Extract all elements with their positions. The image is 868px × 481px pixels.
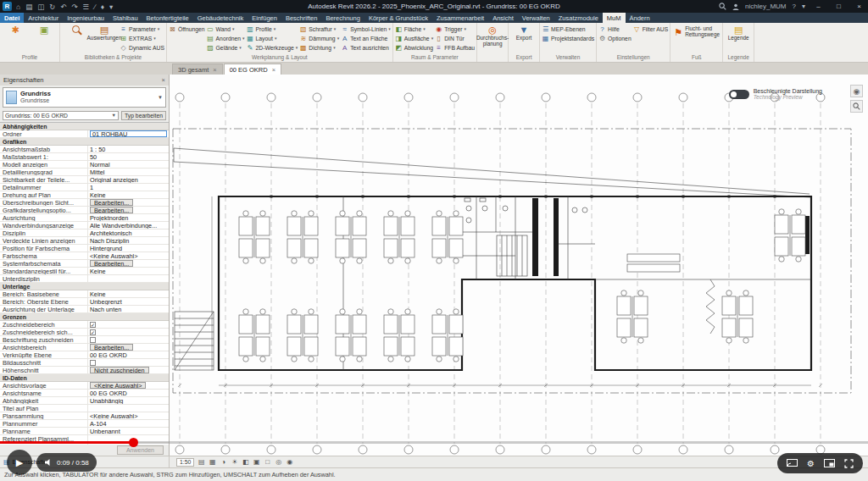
reveal-hidden-icon[interactable]: ◉: [285, 457, 294, 467]
hilfe-button[interactable]: ?Hilfe: [598, 25, 632, 33]
text-ausrichten-button[interactable]: AText ausrichten: [341, 43, 391, 52]
settings-gear-icon[interactable]: ⚙: [807, 459, 815, 468]
ribbon-tab-zusatzmodule[interactable]: Zusatzmodule: [554, 13, 603, 23]
ribbon-tab-mum[interactable]: MuM: [603, 13, 626, 23]
property-value[interactable]: 00 EG OKRD: [88, 351, 169, 358]
property-value[interactable]: Normal: [88, 161, 169, 168]
type-selector[interactable]: Grundriss Grundrisse ▼: [3, 87, 166, 108]
property-value[interactable]: <Keine Auswahl>: [88, 252, 169, 259]
section-unterlage[interactable]: Unterlage: [0, 283, 169, 290]
profile-button[interactable]: ▥Profile▾: [247, 25, 298, 33]
abwicklung-button[interactable]: ◩Abwicklung: [395, 43, 433, 52]
property-value[interactable]: ✓: [88, 321, 169, 328]
checkbox[interactable]: [90, 360, 96, 366]
type-combo[interactable]: Grundriss: 00 EG OKRD▼: [3, 111, 119, 120]
property-value[interactable]: A-104: [88, 420, 169, 427]
view-tab-3d-gesamt[interactable]: 3D gesamt×: [172, 64, 223, 75]
toggle-switch[interactable]: [729, 90, 749, 99]
flucht-und-rettungswege-button[interactable]: ⚑Flucht- und Rettungswege: [672, 24, 721, 40]
property-value[interactable]: Unbenannt: [88, 428, 169, 434]
qat-home-icon[interactable]: ⌂: [16, 3, 20, 11]
ribbon-tab-beschriften[interactable]: Beschriften: [281, 13, 322, 23]
detail-level-icon[interactable]: ▦: [208, 457, 217, 467]
property-value[interactable]: 1 : 50: [88, 146, 169, 152]
ribbon-tab-betonfertigteile[interactable]: Betonfertigteile: [142, 13, 193, 23]
sun-path-icon[interactable]: ☀: [230, 457, 239, 467]
view-tab-00-eg-okrd[interactable]: 00 EG OKRD×: [224, 64, 281, 75]
profil-werkzeug-2-button[interactable]: ▣: [31, 24, 58, 35]
signed-in-user[interactable]: nichley_MUM: [745, 3, 786, 10]
anordnen-button[interactable]: ▤Anordnen▾: [207, 34, 245, 42]
mep-ebenen-button[interactable]: ☰MEP-Ebenen: [542, 25, 594, 33]
floor-plan-drawing[interactable]: [170, 75, 868, 456]
property-value[interactable]: Bearbeiten...: [88, 199, 169, 206]
shadows-icon[interactable]: ◧: [241, 457, 250, 467]
ribbon-tab-zusammenarbeit[interactable]: Zusammenarbeit: [432, 13, 488, 23]
video-progress-handle[interactable]: [129, 438, 138, 447]
property-value[interactable]: Architektonisch: [88, 229, 169, 236]
durchbruchsplanung-button[interactable]: ◎Durchbruchs-planung: [479, 24, 506, 47]
wand-button[interactable]: ▭Wand▾: [207, 25, 245, 33]
cast-icon[interactable]: [787, 459, 798, 467]
section-grenzen[interactable]: Grenzen: [0, 313, 169, 321]
extras-button[interactable]: ⊞EXTRAS▾: [120, 34, 164, 42]
accelerated-graphics-toggle[interactable]: Beschleunigte Darstellung Technology Pre…: [729, 88, 822, 100]
property-value[interactable]: 1: [88, 184, 169, 191]
property-value[interactable]: Mittel: [88, 169, 169, 175]
property-value[interactable]: [88, 359, 169, 366]
close-tab-icon[interactable]: ×: [272, 66, 275, 74]
projektstandards-button[interactable]: ▦Projektstandards: [542, 34, 594, 42]
checkbox[interactable]: ✓: [90, 329, 96, 335]
property-value[interactable]: 00 EG OKRD: [88, 390, 169, 396]
property-value[interactable]: Keine: [88, 268, 169, 274]
property-value[interactable]: <Keine Auswahl>: [88, 412, 169, 419]
trigger-button[interactable]: ◉Trigger▾: [435, 25, 475, 33]
dämmung-button[interactable]: ≋Dämmung▾: [299, 34, 339, 42]
close-button[interactable]: ×: [852, 0, 866, 13]
scale-button[interactable]: 1:50: [176, 458, 194, 467]
property-value[interactable]: Keine: [88, 290, 169, 297]
ribbon-tab-ändern[interactable]: Ändern: [626, 13, 654, 23]
schraffur-button[interactable]: ▧Schraffur▾: [299, 25, 339, 33]
qat-sync-icon[interactable]: ↻: [49, 3, 55, 11]
ribbon-tab-körper-grundstück[interactable]: Körper & Grundstück: [364, 13, 432, 23]
text-an-fläche-button[interactable]: AText an Fläche: [341, 34, 391, 42]
export-button[interactable]: ▼Export: [510, 24, 537, 41]
revit-logo-icon[interactable]: R: [3, 2, 12, 11]
ribbon-tab-verwalten[interactable]: Verwalten: [518, 13, 554, 23]
close-palette-icon[interactable]: ×: [162, 76, 165, 84]
search-icon[interactable]: [719, 3, 726, 10]
qat-open-icon[interactable]: ▤: [25, 3, 32, 11]
video-play-button[interactable]: ▶: [7, 450, 32, 475]
caret-down-icon[interactable]: ▾: [802, 3, 805, 10]
dichtung-button[interactable]: ▩Dichtung▾: [299, 43, 339, 52]
dynamic-aus-button[interactable]: ◇Dynamic AUS: [120, 43, 164, 52]
legende-button[interactable]: ▤Legende: [725, 24, 752, 41]
zoom-tool-icon[interactable]: [850, 100, 863, 113]
ribbon-tab-gebäudetechnik[interactable]: Gebäudetechnik: [193, 13, 248, 23]
property-value[interactable]: Nach unten: [88, 306, 169, 312]
property-value[interactable]: Hintergrund: [88, 245, 169, 252]
section-grafiken[interactable]: Grafiken: [0, 138, 169, 146]
property-value[interactable]: Alle Wandverbindunge...: [88, 222, 169, 229]
ribbon-tab-stahlbau[interactable]: Stahlbau: [108, 13, 142, 23]
property-value[interactable]: Nicht zuschneiden: [88, 367, 169, 373]
minimize-button[interactable]: –: [811, 0, 826, 13]
show-crop-icon[interactable]: □: [263, 457, 272, 467]
property-value[interactable]: [88, 275, 169, 282]
navigation-wheel-icon[interactable]: ◉: [850, 85, 863, 97]
parameter-button[interactable]: ≡Parameter▾: [120, 25, 164, 33]
bibliotheken-suche-button[interactable]: [62, 24, 89, 35]
model-graphics-icon[interactable]: ▤: [197, 457, 206, 467]
property-value[interactable]: 50: [88, 153, 169, 160]
checkbox[interactable]: ✓: [90, 322, 96, 328]
edit-type-button[interactable]: Typ bearbeiten: [121, 111, 166, 120]
qat-print-icon[interactable]: ☰: [83, 3, 90, 11]
öffnungen-button[interactable]: ⊠Öffnungen: [169, 25, 205, 33]
help-icon[interactable]: ?: [793, 3, 796, 10]
profil-werkzeug-1-button[interactable]: ✱: [2, 24, 29, 35]
ribbon-tab-ansicht[interactable]: Ansicht: [488, 13, 518, 23]
property-value[interactable]: <Keine Auswahl>: [88, 382, 169, 389]
symbol-linien-button[interactable]: ≈Symbol-Linien▾: [341, 25, 391, 33]
optionen-button[interactable]: ⚙Optionen: [598, 34, 632, 42]
